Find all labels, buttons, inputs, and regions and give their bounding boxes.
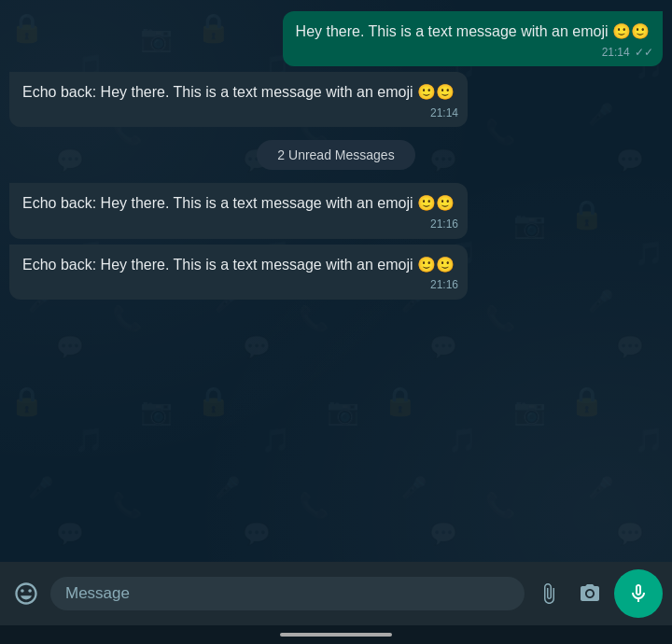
attach-icon bbox=[538, 582, 560, 605]
unread-divider: 2 Unread Messages bbox=[257, 140, 414, 170]
message-text: Hey there. This is a text message with a… bbox=[296, 23, 650, 39]
smiley-icon bbox=[13, 581, 39, 607]
message-text: Echo back: Hey there. This is a text mes… bbox=[22, 257, 455, 273]
message-received: Echo back: Hey there. This is a text mes… bbox=[9, 245, 468, 300]
input-bar bbox=[0, 562, 672, 625]
message-text: Echo back: Hey there. This is a text mes… bbox=[22, 195, 455, 211]
emoji-button[interactable] bbox=[9, 577, 43, 610]
message-time: 21:14 ✓✓ bbox=[602, 45, 653, 61]
message-ticks: ✓✓ bbox=[635, 46, 653, 59]
home-indicator bbox=[0, 625, 672, 644]
message-time: 21:16 bbox=[430, 217, 458, 232]
camera-icon bbox=[579, 582, 601, 605]
messages-area: Hey there. This is a text message with a… bbox=[0, 0, 672, 562]
message-input[interactable] bbox=[65, 584, 510, 603]
camera-button[interactable] bbox=[573, 577, 607, 610]
message-text: Echo back: Hey there. This is a text mes… bbox=[22, 84, 455, 100]
chat-container: Hey there. This is a text message with a… bbox=[0, 0, 672, 644]
home-bar bbox=[280, 633, 392, 637]
message-time: 21:14 bbox=[430, 105, 458, 121]
attach-button[interactable] bbox=[532, 577, 566, 610]
message-time: 21:16 bbox=[430, 277, 458, 293]
mic-button[interactable] bbox=[614, 569, 663, 618]
message-received: Echo back: Hey there. This is a text mes… bbox=[9, 72, 468, 127]
mic-icon bbox=[627, 582, 650, 605]
message-sent: Hey there. This is a text message with a… bbox=[283, 11, 663, 66]
message-received: Echo back: Hey there. This is a text mes… bbox=[9, 183, 468, 238]
message-input-wrap[interactable] bbox=[50, 577, 525, 610]
